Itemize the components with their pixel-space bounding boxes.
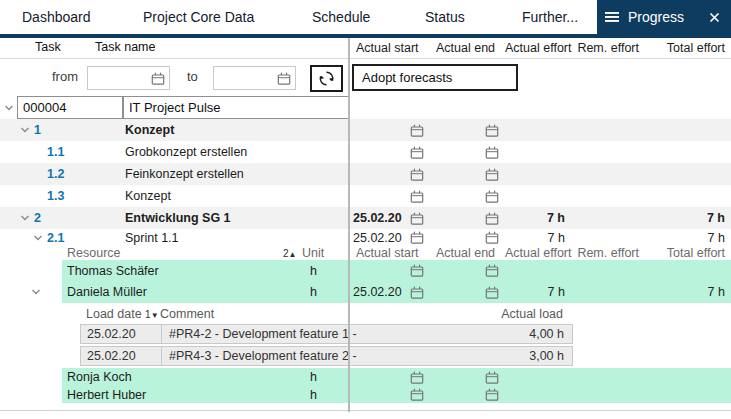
task-number: 2.1 (47, 231, 64, 245)
from-date-input[interactable] (87, 66, 170, 90)
calendar-icon[interactable] (485, 286, 499, 299)
adopt-forecasts-button[interactable]: Adopt forecasts (352, 64, 518, 91)
col-actual-effort: Actual effort (505, 246, 567, 260)
calendar-icon[interactable] (410, 286, 424, 299)
resource-row[interactable]: Daniela Müllerh25.02.207 h7 h (0, 281, 731, 303)
load-date: 25.02.20 (81, 347, 162, 365)
sort-asc-icon[interactable]: 2▲ (283, 246, 296, 260)
calendar-icon[interactable] (410, 388, 424, 401)
calendar-icon[interactable] (277, 72, 291, 85)
tab-project-core-data[interactable]: Project Core Data (143, 0, 254, 34)
load-comment: #PR4-3 - Development feature 2 - (162, 349, 452, 363)
load-comment: #PR4-2 - Development feature 1 - (162, 327, 452, 341)
actual-start-cell (350, 190, 430, 203)
actual-start-cell (350, 146, 430, 159)
unit-value: h (310, 264, 317, 278)
col-unit[interactable]: Unit (302, 246, 324, 260)
refresh-button[interactable] (310, 65, 343, 92)
resource-header-row: Resource2▲UnitActual startActual endActu… (0, 246, 731, 260)
calendar-icon[interactable] (485, 190, 499, 203)
col-actual-effort: Actual effort (505, 41, 567, 55)
calendar-icon[interactable] (485, 371, 499, 384)
tab-status[interactable]: Status (425, 0, 465, 34)
pane-divider[interactable] (348, 38, 350, 412)
resource-name: Herbert Huber (67, 388, 146, 402)
actual-start-cell (350, 371, 430, 384)
actual-start-cell (350, 264, 430, 277)
actual-start-cell (350, 168, 430, 181)
col-resource[interactable]: Resource (67, 246, 121, 260)
resource-row[interactable]: Herbert Huberh (0, 386, 731, 403)
column-header-row: Task Task name Actual start Actual end A… (0, 38, 731, 58)
from-label: from (52, 69, 78, 84)
task-row[interactable]: 1Konzept (0, 119, 731, 141)
task-row[interactable]: 2.1Sprint 1.125.02.207 h7 h (0, 229, 731, 246)
actual-end-cell (430, 212, 505, 225)
load-value: 4,00 h (452, 327, 572, 341)
calendar-icon[interactable] (485, 264, 499, 277)
col-actual-load: Actual load (501, 307, 563, 321)
calendar-icon[interactable] (410, 190, 424, 203)
resource-row[interactable]: Ronja Kochh (0, 368, 731, 386)
project-id-input[interactable] (17, 96, 123, 119)
load-row[interactable]: 25.02.20#PR4-3 - Development feature 2 -… (0, 346, 731, 368)
task-name: Konzept (125, 189, 171, 203)
actual-end-cell (430, 264, 505, 277)
calendar-icon[interactable] (410, 231, 424, 244)
chevron-down-icon[interactable] (4, 104, 14, 111)
task-row[interactable]: 2Entwicklung SG 125.02.207 h7 h (0, 207, 731, 229)
load-row[interactable]: 25.02.20#PR4-2 - Development feature 1 -… (0, 324, 731, 346)
actual-end-cell (430, 286, 505, 299)
actual-start-cell: 25.02.20 (350, 231, 430, 245)
calendar-icon[interactable] (485, 124, 499, 137)
tab-dashboard[interactable]: Dashboard (22, 0, 91, 34)
to-date-input[interactable] (213, 66, 296, 90)
calendar-icon[interactable] (151, 72, 165, 85)
actual-start-cell (350, 388, 430, 401)
task-row[interactable]: 1.1Grobkonzept erstellen (0, 141, 731, 163)
close-icon[interactable] (709, 12, 720, 23)
calendar-icon[interactable] (485, 388, 499, 401)
resource-name: Thomas Schäfer (67, 264, 159, 278)
sort-desc-icon[interactable]: ▼ (151, 311, 159, 320)
unit-value: h (310, 285, 317, 299)
resource-name: Ronja Koch (67, 370, 132, 384)
hamburger-icon[interactable] (605, 11, 619, 23)
col-actual-end: Actual end (430, 246, 505, 260)
task-row[interactable]: 1.2Feinkonzept erstellen (0, 163, 731, 185)
chevron-down-icon[interactable] (31, 289, 41, 296)
col-rem-effort: Rem. effort (567, 246, 642, 260)
tab-progress-active[interactable]: Progress (597, 0, 731, 34)
task-name: Feinkonzept erstellen (125, 167, 244, 181)
task-row[interactable]: 1.3Konzept (0, 185, 731, 207)
project-name-input[interactable] (123, 96, 349, 119)
calendar-icon[interactable] (485, 212, 499, 225)
actual-effort-cell: 7 h (505, 285, 567, 299)
calendar-icon[interactable] (485, 168, 499, 181)
actual-end-cell (430, 124, 505, 137)
calendar-icon[interactable] (485, 231, 499, 244)
chevron-down-icon[interactable] (20, 215, 30, 222)
actual-end-cell (430, 231, 505, 244)
actual-effort-cell: 7 h (505, 211, 567, 225)
calendar-icon[interactable] (410, 371, 424, 384)
calendar-icon[interactable] (410, 124, 424, 137)
total-effort-cell: 7 h (642, 231, 731, 245)
calendar-icon[interactable] (410, 146, 424, 159)
calendar-icon[interactable] (410, 264, 424, 277)
col-load-date[interactable]: Load date 1▼ (86, 307, 159, 321)
tab-further[interactable]: Further... (522, 0, 578, 34)
unit-value: h (310, 370, 317, 384)
actual-end-cell (430, 371, 505, 384)
app-window: Dashboard Project Core Data Schedule Sta… (0, 0, 731, 419)
project-row[interactable] (0, 96, 731, 119)
chevron-down-icon[interactable] (33, 234, 43, 241)
calendar-icon[interactable] (485, 146, 499, 159)
chevron-down-icon[interactable] (20, 127, 30, 134)
calendar-icon[interactable] (410, 168, 424, 181)
tab-schedule[interactable]: Schedule (312, 0, 370, 34)
resource-row[interactable]: Thomas Schäferh (0, 260, 731, 281)
filter-toolbar: from to Adopt forecasts (0, 58, 731, 96)
tab-progress-label: Progress (628, 9, 684, 25)
calendar-icon[interactable] (410, 212, 424, 225)
